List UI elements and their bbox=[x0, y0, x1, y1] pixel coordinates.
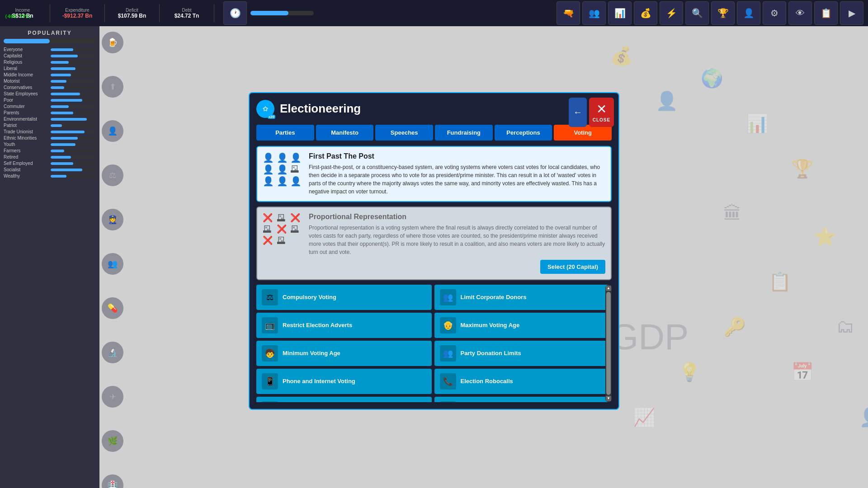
modal-header: ✩ x20 Electioneering bbox=[256, 100, 612, 118]
policy-item-party-donation-limits[interactable]: 👥 Party Donation Limits bbox=[434, 341, 610, 366]
back-button[interactable]: ← bbox=[569, 98, 587, 127]
person-x-icon: ❌ bbox=[290, 213, 303, 223]
select-voting-system-button[interactable]: Select (20 Capital) bbox=[540, 260, 605, 274]
ballot-icon: 🗳 bbox=[263, 224, 276, 235]
person-x-icon: ❌ bbox=[277, 224, 290, 235]
voting-system-title: Proportional Representation bbox=[309, 213, 605, 221]
close-button[interactable]: ✕ CLOSE bbox=[589, 98, 614, 127]
person-x-icon: ❌ bbox=[263, 235, 276, 246]
policy-item-state-funding-parties[interactable]: 🏛 State Funding of Parties bbox=[256, 397, 432, 402]
ballot-icon: 🗳 bbox=[290, 224, 303, 235]
policy-name: Election Robocalls bbox=[461, 378, 513, 385]
ballot-icon: 🗳 bbox=[277, 213, 290, 223]
policy-item-election-robocalls[interactable]: 📞 Election Robocalls bbox=[434, 369, 610, 394]
policy-name: Restrict Election Adverts bbox=[283, 322, 352, 328]
tab-bar: PartiesManifestoSpeechesFundraisingPerce… bbox=[256, 125, 612, 141]
policy-icon-restrict-election-adverts: 📺 bbox=[262, 317, 278, 333]
tab-speeches[interactable]: Speeches bbox=[375, 125, 433, 141]
policy-name: Limit Corporate Donors bbox=[461, 294, 527, 300]
policy-icon-voter-id-law: 🪪 bbox=[440, 401, 456, 402]
policy-item-voter-id-law[interactable]: 🪪 Voter ID Law bbox=[434, 397, 610, 402]
policy-item-maximum-voting-age[interactable]: 👴 Maximum Voting Age bbox=[434, 313, 610, 338]
policy-name: Compulsory Voting bbox=[283, 294, 336, 300]
person-icon: 👤 bbox=[290, 152, 303, 163]
voting-system-description: Proportional representation is a voting … bbox=[309, 224, 605, 256]
policy-icon-maximum-voting-age: 👴 bbox=[440, 317, 456, 333]
electioneering-modal: ✩ x20 Electioneering ← ✕ CLOSE PartiesMa… bbox=[249, 92, 619, 410]
voting-card-pr[interactable]: ❌ 🗳 ❌ 🗳 ❌ 🗳 ❌ 🗳 Proportional Representat… bbox=[256, 206, 612, 280]
policy-icon-phone-internet-voting: 📱 bbox=[262, 373, 278, 389]
voting-card-content: First Past The Post First-past-the-post,… bbox=[309, 152, 605, 196]
modal-overlay: ✩ x20 Electioneering ← ✕ CLOSE PartiesMa… bbox=[0, 0, 868, 488]
voting-card-icon: ❌ 🗳 ❌ 🗳 ❌ 🗳 ❌ 🗳 bbox=[263, 213, 303, 274]
policy-icon-limit-corporate-donors: 👥 bbox=[440, 289, 456, 305]
voting-system-description: First-past-the-post, or a constituency-b… bbox=[309, 163, 605, 196]
scroll-up-arrow[interactable]: ▲ bbox=[606, 286, 611, 291]
policy-item-minimum-voting-age[interactable]: 🧒 Minimum Voting Age bbox=[256, 341, 432, 366]
voting-card-content: Proportional Representation Proportional… bbox=[309, 213, 605, 274]
policy-icon-state-funding-parties: 🏛 bbox=[262, 401, 278, 402]
policy-icon-election-robocalls: 📞 bbox=[440, 373, 456, 389]
policy-grid-container: ⚖ Compulsory Voting 👥 Limit Corporate Do… bbox=[256, 285, 612, 402]
ballot-box-icon: 🗳 bbox=[290, 164, 303, 175]
tab-perceptions[interactable]: Perceptions bbox=[495, 125, 552, 141]
person-icon: 👤 bbox=[277, 176, 290, 187]
scroll-down-arrow[interactable]: ▼ bbox=[606, 396, 611, 401]
voting-system-title: First Past The Post bbox=[309, 152, 605, 160]
voting-systems: 👤 👤 👤 👤 👤 🗳 👤 👤 👤 First Past The Post Fi… bbox=[256, 146, 612, 280]
policy-item-phone-internet-voting[interactable]: 📱 Phone and Internet Voting bbox=[256, 369, 432, 394]
policy-item-limit-corporate-donors[interactable]: 👥 Limit Corporate Donors bbox=[434, 285, 610, 310]
close-x-icon: ✕ bbox=[596, 102, 607, 117]
person-x-icon: ❌ bbox=[263, 213, 276, 223]
policy-name: Minimum Voting Age bbox=[283, 350, 340, 357]
person-icon: 👤 bbox=[277, 164, 290, 175]
modal-icon: ✩ x20 bbox=[256, 100, 274, 118]
policy-name: Maximum Voting Age bbox=[461, 322, 520, 328]
policy-name: Phone and Internet Voting bbox=[283, 378, 355, 385]
tab-parties[interactable]: Parties bbox=[256, 125, 314, 141]
voting-card-icon: 👤 👤 👤 👤 👤 🗳 👤 👤 👤 bbox=[263, 152, 303, 196]
policy-item-compulsory-voting[interactable]: ⚖ Compulsory Voting bbox=[256, 285, 432, 310]
ballot-icon: 🗳 bbox=[277, 235, 290, 246]
tab-fundraising[interactable]: Fundraising bbox=[435, 125, 493, 141]
policy-icon-party-donation-limits: 👥 bbox=[440, 345, 456, 361]
policy-item-restrict-election-adverts[interactable]: 📺 Restrict Election Adverts bbox=[256, 313, 432, 338]
person-icon: 👤 bbox=[277, 152, 290, 163]
policy-icon-compulsory-voting: ⚖ bbox=[262, 289, 278, 305]
tab-manifesto[interactable]: Manifesto bbox=[316, 125, 374, 141]
tab-voting[interactable]: Voting bbox=[554, 125, 612, 141]
person-icon: 👤 bbox=[290, 176, 303, 187]
policy-grid: ⚖ Compulsory Voting 👥 Limit Corporate Do… bbox=[256, 285, 612, 402]
policy-name: Party Donation Limits bbox=[461, 350, 521, 357]
person-icon: 👤 bbox=[263, 152, 276, 163]
scroll-track: ▲ ▼ bbox=[605, 285, 612, 402]
person-icon: 👤 bbox=[263, 164, 276, 175]
policy-icon-minimum-voting-age: 🧒 bbox=[262, 345, 278, 361]
person-icon: 👤 bbox=[263, 176, 276, 187]
voting-card-fptp: 👤 👤 👤 👤 👤 🗳 👤 👤 👤 First Past The Post Fi… bbox=[256, 146, 612, 202]
scroll-thumb[interactable] bbox=[606, 292, 611, 395]
icon-x20: x20 bbox=[268, 115, 275, 119]
modal-title: Electioneering bbox=[280, 102, 361, 116]
close-label: CLOSE bbox=[593, 117, 610, 122]
